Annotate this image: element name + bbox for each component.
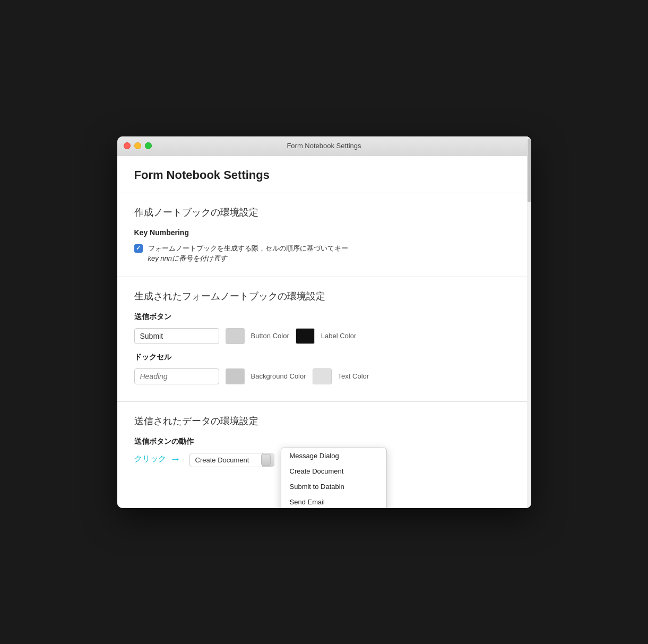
section-submitted-data: 送信されたデータの環境設定 送信ボタンの動作 クリック → Create Doc… xyxy=(117,402,531,508)
section-generated-settings: 生成されたフォームノートブックの環境設定 送信ボタン Button Color … xyxy=(117,277,531,402)
stepper-down-icon: ▼ xyxy=(266,460,270,464)
key-numbering-label2: key nnnに番号を付け直す xyxy=(148,254,228,262)
app-window: Form Notebook Settings Form Notebook Set… xyxy=(117,136,531,508)
background-color-label: Background Color xyxy=(251,372,306,380)
minimize-button[interactable] xyxy=(134,142,141,149)
button-color-label: Button Color xyxy=(251,332,289,340)
label-color-label: Label Color xyxy=(321,332,357,340)
traffic-lights xyxy=(124,142,152,149)
dock-cell-text-input[interactable] xyxy=(134,368,219,384)
section1-title: 作成ノートブックの環境設定 xyxy=(134,206,514,219)
dropdown-item-send-email[interactable]: Send Email xyxy=(281,494,386,508)
click-annotation: クリック → xyxy=(134,453,181,465)
section2-title: 生成されたフォームノートブックの環境設定 xyxy=(134,290,514,303)
action-select-button[interactable]: Create Document ▲ ▼ xyxy=(189,453,274,467)
section-creation-settings: 作成ノートブックの環境設定 Key Numbering フォームノートブックを生… xyxy=(117,193,531,277)
close-button[interactable] xyxy=(124,142,131,149)
key-numbering-label-text: フォームノートブックを生成する際，セルの順序に基づいてキー xyxy=(148,244,348,252)
click-arrow-icon: → xyxy=(170,453,181,465)
text-color-label: Text Color xyxy=(338,372,369,380)
key-numbering-text: フォームノートブックを生成する際，セルの順序に基づいてキー key nnnに番号… xyxy=(148,243,348,264)
action-dropdown-menu: Message Dialog Create Document Submit to… xyxy=(281,448,387,508)
title-bar: Form Notebook Settings xyxy=(117,136,531,156)
text-color-swatch[interactable] xyxy=(313,368,332,384)
label-color-swatch[interactable] xyxy=(296,328,315,344)
click-annotation-text: クリック xyxy=(134,454,166,464)
dock-cell-row: Background Color Text Color xyxy=(134,368,514,384)
stepper-up-icon: ▲ xyxy=(266,456,270,459)
dropdown-item-create-document[interactable]: Create Document xyxy=(281,463,386,479)
action-select-value: Create Document xyxy=(195,456,249,464)
button-color-swatch[interactable] xyxy=(226,328,245,344)
submit-action-label: 送信ボタンの動作 xyxy=(134,437,514,446)
section3-title: 送信されたデータの環境設定 xyxy=(134,415,514,427)
maximize-button[interactable] xyxy=(145,142,152,149)
key-numbering-checkbox[interactable] xyxy=(134,244,143,253)
scrollbar-thumb[interactable] xyxy=(528,139,531,202)
scrollbar[interactable] xyxy=(527,136,531,508)
submit-text-input[interactable] xyxy=(134,328,219,344)
action-select-wrapper: Create Document ▲ ▼ Message Dialog Creat… xyxy=(189,453,274,467)
dock-cell-label: ドックセル xyxy=(134,353,514,362)
key-numbering-row: フォームノートブックを生成する際，セルの順序に基づいてキー key nnnに番号… xyxy=(134,243,514,264)
dropdown-item-message-dialog[interactable]: Message Dialog xyxy=(281,448,386,463)
dropdown-item-submit-databin[interactable]: Submit to Databin xyxy=(281,479,386,494)
submit-button-row: Button Color Label Color xyxy=(134,328,514,344)
key-numbering-label: Key Numbering xyxy=(134,228,514,237)
stepper-control[interactable]: ▲ ▼ xyxy=(262,453,274,467)
submit-button-label: 送信ボタン xyxy=(134,312,514,322)
background-color-swatch[interactable] xyxy=(226,368,245,384)
window-title: Form Notebook Settings xyxy=(287,142,361,150)
page-title: Form Notebook Settings xyxy=(117,156,531,193)
content-area: Form Notebook Settings 作成ノートブックの環境設定 Key… xyxy=(117,156,531,508)
